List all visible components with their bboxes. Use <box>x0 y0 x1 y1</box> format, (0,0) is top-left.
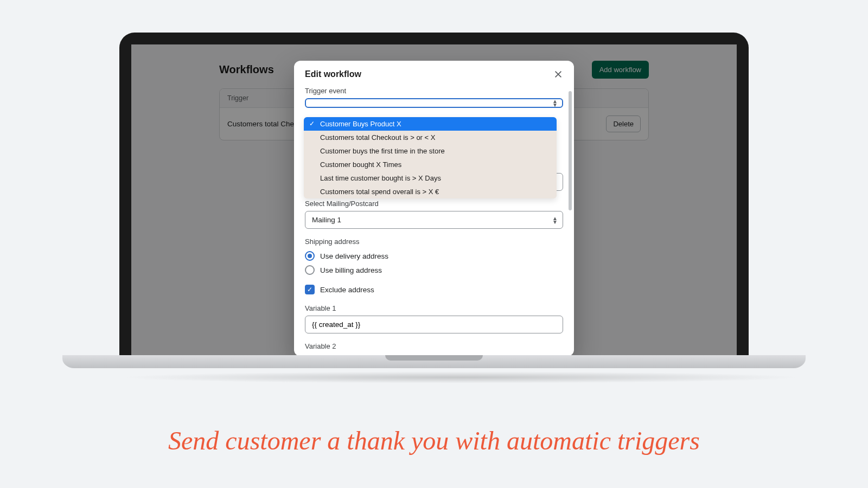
use-billing-radio[interactable] <box>305 265 315 275</box>
screen: Workflows Add workflow Trigger Customers… <box>131 44 737 355</box>
dropdown-option[interactable]: Customers total spend overall is > X € <box>304 185 557 198</box>
edit-workflow-modal: Edit workflow Trigger event ▲▼ <box>294 61 574 355</box>
trigger-event-dropdown: Customer Buys Product X Customers total … <box>304 117 557 198</box>
laptop-notch <box>385 355 483 361</box>
exclude-address-label: Exclude address <box>320 286 374 294</box>
mailing-select[interactable]: Mailing 1 <box>305 211 563 229</box>
laptop-base <box>62 355 806 368</box>
scrollbar[interactable] <box>569 91 572 352</box>
use-billing-label: Use billing address <box>320 266 382 274</box>
variable-1-input[interactable] <box>305 316 563 333</box>
variable-1-label: Variable 1 <box>305 304 563 312</box>
exclude-address-checkbox[interactable]: ✓ <box>305 285 315 294</box>
variable-2-label: Variable 2 <box>305 342 563 350</box>
dropdown-option[interactable]: Customer buys the first time in the stor… <box>304 144 557 158</box>
shipping-address-label: Shipping address <box>305 237 563 246</box>
dropdown-option[interactable]: Last time customer bought is > X Days <box>304 171 557 185</box>
trigger-event-select[interactable] <box>305 98 563 108</box>
laptop-bezel: Workflows Add workflow Trigger Customers… <box>119 33 749 355</box>
dropdown-option[interactable]: Customer Buys Product X <box>304 117 557 131</box>
use-delivery-label: Use delivery address <box>320 252 388 260</box>
close-icon[interactable] <box>553 69 563 79</box>
dropdown-option[interactable]: Customers total Checkout is > or < X <box>304 131 557 144</box>
marketing-caption: Send customer a thank you with automatic… <box>0 426 868 455</box>
trigger-event-label: Trigger event <box>305 87 563 95</box>
laptop-mockup: Workflows Add workflow Trigger Customers… <box>119 33 749 383</box>
select-mailing-label: Select Mailing/Postcard <box>305 200 563 208</box>
use-delivery-radio[interactable] <box>305 251 315 261</box>
scroll-thumb[interactable] <box>569 91 572 210</box>
dropdown-option[interactable]: Customer bought X Times <box>304 158 557 171</box>
modal-title: Edit workflow <box>305 69 361 79</box>
laptop-shadow <box>119 371 803 383</box>
